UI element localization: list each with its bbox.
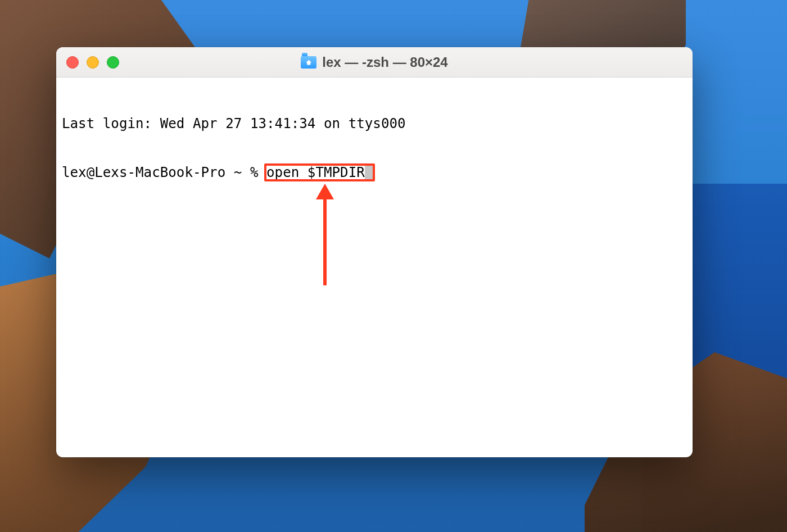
home-folder-icon bbox=[301, 56, 316, 69]
login-line: Last login: Wed Apr 27 13:41:34 on ttys0… bbox=[62, 116, 687, 132]
window-title: lex — -zsh — 80×24 bbox=[301, 54, 447, 70]
zoom-button[interactable] bbox=[107, 56, 119, 69]
prompt-line[interactable]: lex@Lexs-MacBook-Pro ~ % open $TMPDIR bbox=[62, 165, 687, 181]
traffic-lights bbox=[66, 56, 119, 69]
terminal-body[interactable]: Last login: Wed Apr 27 13:41:34 on ttys0… bbox=[56, 78, 693, 457]
annotation-arrow-head-icon bbox=[316, 184, 334, 199]
close-button[interactable] bbox=[66, 56, 79, 69]
terminal-window[interactable]: lex — -zsh — 80×24 Last login: Wed Apr 2… bbox=[56, 47, 693, 457]
command-text: open $TMPDIR bbox=[266, 165, 365, 180]
prompt-text: lex@Lexs-MacBook-Pro ~ % bbox=[62, 165, 266, 180]
cursor bbox=[365, 165, 373, 179]
annotation-arrow-stem bbox=[323, 198, 327, 285]
titlebar[interactable]: lex — -zsh — 80×24 bbox=[56, 47, 693, 78]
minimize-button[interactable] bbox=[87, 56, 99, 69]
window-title-text: lex — -zsh — 80×24 bbox=[322, 54, 447, 70]
